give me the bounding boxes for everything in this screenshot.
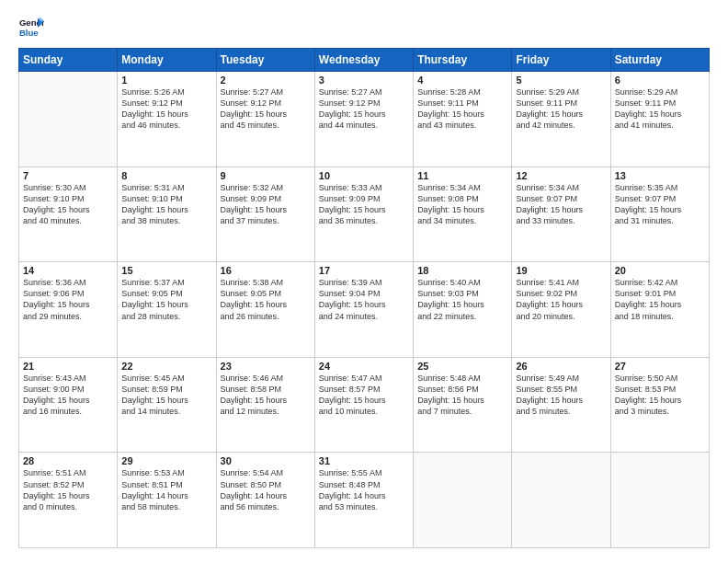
day-info: Sunrise: 5:38 AM Sunset: 9:05 PM Dayligh… [221, 277, 311, 322]
calendar-cell [19, 72, 118, 167]
day-number: 18 [417, 265, 507, 276]
day-info: Sunrise: 5:45 AM Sunset: 8:59 PM Dayligh… [121, 373, 211, 418]
day-number: 6 [615, 75, 705, 86]
calendar-header-tuesday: Tuesday [216, 49, 314, 72]
calendar-week-row: 14Sunrise: 5:36 AM Sunset: 9:06 PM Dayli… [19, 262, 710, 358]
day-number: 10 [319, 170, 409, 181]
calendar-cell: 25Sunrise: 5:48 AM Sunset: 8:56 PM Dayli… [414, 357, 512, 453]
calendar-cell: 22Sunrise: 5:45 AM Sunset: 8:59 PM Dayli… [118, 357, 216, 453]
calendar-cell: 13Sunrise: 5:35 AM Sunset: 9:07 PM Dayli… [610, 167, 709, 262]
day-number: 21 [23, 361, 113, 372]
day-info: Sunrise: 5:37 AM Sunset: 9:05 PM Dayligh… [121, 277, 211, 322]
day-number: 11 [417, 170, 507, 181]
day-info: Sunrise: 5:35 AM Sunset: 9:07 PM Dayligh… [615, 182, 705, 227]
calendar-header-thursday: Thursday [414, 49, 512, 72]
calendar-week-row: 1Sunrise: 5:26 AM Sunset: 9:12 PM Daylig… [19, 72, 710, 167]
day-info: Sunrise: 5:42 AM Sunset: 9:01 PM Dayligh… [615, 277, 705, 322]
calendar-cell: 27Sunrise: 5:50 AM Sunset: 8:53 PM Dayli… [610, 357, 709, 453]
calendar-cell: 2Sunrise: 5:27 AM Sunset: 9:12 PM Daylig… [216, 72, 314, 167]
calendar-cell: 24Sunrise: 5:47 AM Sunset: 8:57 PM Dayli… [314, 357, 413, 453]
calendar-cell: 18Sunrise: 5:40 AM Sunset: 9:03 PM Dayli… [414, 262, 512, 358]
day-info: Sunrise: 5:51 AM Sunset: 8:52 PM Dayligh… [23, 467, 113, 512]
calendar-cell: 28Sunrise: 5:51 AM Sunset: 8:52 PM Dayli… [19, 453, 118, 548]
calendar-header-row: SundayMondayTuesdayWednesdayThursdayFrid… [19, 49, 710, 72]
day-number: 5 [516, 75, 606, 86]
calendar-cell: 16Sunrise: 5:38 AM Sunset: 9:05 PM Dayli… [216, 262, 314, 358]
calendar-cell: 29Sunrise: 5:53 AM Sunset: 8:51 PM Dayli… [118, 453, 216, 548]
day-number: 3 [319, 75, 409, 86]
day-number: 26 [516, 361, 606, 372]
day-number: 22 [121, 361, 211, 372]
day-number: 24 [319, 361, 409, 372]
day-number: 4 [417, 75, 507, 86]
day-info: Sunrise: 5:46 AM Sunset: 8:58 PM Dayligh… [221, 373, 311, 418]
day-info: Sunrise: 5:53 AM Sunset: 8:51 PM Dayligh… [121, 467, 211, 512]
logo-icon: General Blue [18, 15, 44, 40]
day-number: 2 [221, 75, 311, 86]
calendar-cell [414, 453, 512, 548]
calendar-cell: 7Sunrise: 5:30 AM Sunset: 9:10 PM Daylig… [19, 167, 118, 262]
day-info: Sunrise: 5:43 AM Sunset: 9:00 PM Dayligh… [23, 373, 113, 418]
day-info: Sunrise: 5:34 AM Sunset: 9:07 PM Dayligh… [516, 182, 606, 227]
day-number: 8 [121, 170, 211, 181]
day-info: Sunrise: 5:32 AM Sunset: 9:09 PM Dayligh… [221, 182, 311, 227]
day-info: Sunrise: 5:47 AM Sunset: 8:57 PM Dayligh… [319, 373, 409, 418]
day-number: 29 [121, 455, 211, 466]
day-info: Sunrise: 5:31 AM Sunset: 9:10 PM Dayligh… [121, 182, 211, 227]
day-number: 25 [417, 361, 507, 372]
day-number: 31 [319, 455, 409, 466]
day-info: Sunrise: 5:33 AM Sunset: 9:09 PM Dayligh… [319, 182, 409, 227]
day-number: 23 [221, 361, 311, 372]
calendar-cell: 14Sunrise: 5:36 AM Sunset: 9:06 PM Dayli… [19, 262, 118, 358]
day-info: Sunrise: 5:48 AM Sunset: 8:56 PM Dayligh… [417, 373, 507, 418]
day-number: 27 [615, 361, 705, 372]
calendar-cell: 12Sunrise: 5:34 AM Sunset: 9:07 PM Dayli… [512, 167, 610, 262]
svg-text:Blue: Blue [19, 28, 39, 38]
calendar-cell [512, 453, 610, 548]
calendar-cell: 6Sunrise: 5:29 AM Sunset: 9:11 PM Daylig… [610, 72, 709, 167]
day-info: Sunrise: 5:39 AM Sunset: 9:04 PM Dayligh… [319, 277, 409, 322]
day-info: Sunrise: 5:28 AM Sunset: 9:11 PM Dayligh… [417, 86, 507, 132]
calendar-cell: 30Sunrise: 5:54 AM Sunset: 8:50 PM Dayli… [216, 453, 314, 548]
day-number: 1 [121, 75, 211, 86]
day-number: 9 [221, 170, 311, 181]
calendar-header-friday: Friday [512, 49, 610, 72]
page: General Blue SundayMondayTuesdayWednesda… [0, 0, 728, 563]
day-number: 19 [516, 265, 606, 276]
day-number: 14 [23, 265, 113, 276]
day-number: 30 [221, 455, 311, 466]
day-number: 17 [319, 265, 409, 276]
day-info: Sunrise: 5:41 AM Sunset: 9:02 PM Dayligh… [516, 277, 606, 322]
day-number: 7 [23, 170, 113, 181]
day-number: 28 [23, 455, 113, 466]
calendar-header-wednesday: Wednesday [314, 49, 413, 72]
calendar-cell: 9Sunrise: 5:32 AM Sunset: 9:09 PM Daylig… [216, 167, 314, 262]
calendar-cell: 3Sunrise: 5:27 AM Sunset: 9:12 PM Daylig… [314, 72, 413, 167]
calendar-cell: 31Sunrise: 5:55 AM Sunset: 8:48 PM Dayli… [314, 453, 413, 548]
day-info: Sunrise: 5:29 AM Sunset: 9:11 PM Dayligh… [615, 86, 705, 132]
header: General Blue [18, 15, 710, 40]
calendar-header-sunday: Sunday [19, 49, 118, 72]
day-info: Sunrise: 5:50 AM Sunset: 8:53 PM Dayligh… [615, 373, 705, 418]
calendar-cell: 1Sunrise: 5:26 AM Sunset: 9:12 PM Daylig… [118, 72, 216, 167]
logo: General Blue [18, 15, 44, 40]
calendar-cell: 10Sunrise: 5:33 AM Sunset: 9:09 PM Dayli… [314, 167, 413, 262]
calendar-header-monday: Monday [118, 49, 216, 72]
calendar-cell: 19Sunrise: 5:41 AM Sunset: 9:02 PM Dayli… [512, 262, 610, 358]
calendar-cell: 8Sunrise: 5:31 AM Sunset: 9:10 PM Daylig… [118, 167, 216, 262]
calendar-cell: 20Sunrise: 5:42 AM Sunset: 9:01 PM Dayli… [610, 262, 709, 358]
day-info: Sunrise: 5:29 AM Sunset: 9:11 PM Dayligh… [516, 86, 606, 132]
calendar-header-saturday: Saturday [610, 49, 709, 72]
calendar-cell: 21Sunrise: 5:43 AM Sunset: 9:00 PM Dayli… [19, 357, 118, 453]
day-number: 12 [516, 170, 606, 181]
day-info: Sunrise: 5:55 AM Sunset: 8:48 PM Dayligh… [319, 467, 409, 512]
day-number: 13 [615, 170, 705, 181]
day-info: Sunrise: 5:27 AM Sunset: 9:12 PM Dayligh… [221, 86, 311, 132]
day-info: Sunrise: 5:27 AM Sunset: 9:12 PM Dayligh… [319, 86, 409, 132]
calendar-cell: 5Sunrise: 5:29 AM Sunset: 9:11 PM Daylig… [512, 72, 610, 167]
calendar-cell: 4Sunrise: 5:28 AM Sunset: 9:11 PM Daylig… [414, 72, 512, 167]
day-number: 16 [221, 265, 311, 276]
day-number: 15 [121, 265, 211, 276]
day-info: Sunrise: 5:40 AM Sunset: 9:03 PM Dayligh… [417, 277, 507, 322]
day-number: 20 [615, 265, 705, 276]
